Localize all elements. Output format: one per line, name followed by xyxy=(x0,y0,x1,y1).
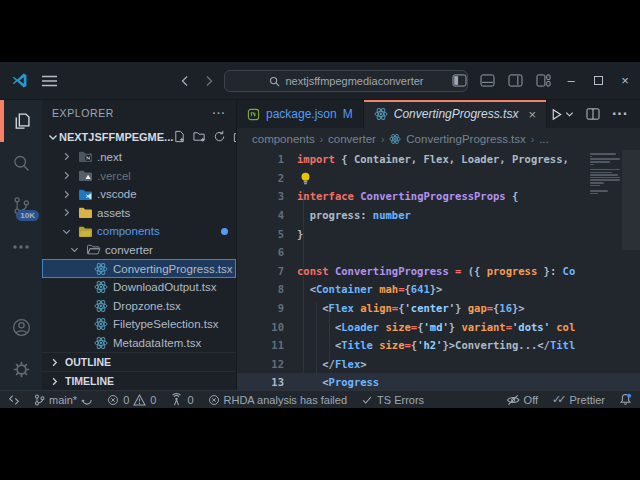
code-line-7[interactable]: 7const ConvertingProgress = ({ progress … xyxy=(237,262,640,281)
tree-item-dropzone-tsx[interactable]: Dropzone.tsx xyxy=(42,296,236,315)
nav-forward-icon[interactable] xyxy=(202,74,216,88)
activitybar-accounts-icon[interactable] xyxy=(0,306,42,348)
code-token: Flex xyxy=(335,358,360,370)
breadcrumb-separator: › xyxy=(320,134,323,145)
tree-item-label: converter xyxy=(105,244,153,256)
tab-package-json[interactable]: package.json M xyxy=(237,100,364,128)
toggle-panel-icon[interactable] xyxy=(480,74,495,87)
screencast-status[interactable]: Off xyxy=(506,394,538,406)
command-center-search[interactable]: nextjsffmpegmediaconverter xyxy=(224,70,468,92)
minimap-line xyxy=(590,158,620,160)
chevron-down-icon xyxy=(68,244,81,255)
git-branch-status[interactable]: main* xyxy=(34,394,93,406)
nav-back-icon[interactable] xyxy=(178,74,192,88)
breadcrumb-converter[interactable]: converter xyxy=(328,133,376,145)
code-token: < xyxy=(297,302,329,314)
toggle-secondary-sidebar-icon[interactable] xyxy=(508,74,523,87)
new-file-icon[interactable] xyxy=(173,130,186,143)
code-line-3[interactable]: 3interface ConvertingProgressProps { xyxy=(237,187,640,206)
window-maximize-button[interactable] xyxy=(591,73,605,88)
rhda-status[interactable]: RHDA analysis has failed xyxy=(208,394,348,406)
line-number: 13 xyxy=(237,376,297,388)
minimap-line xyxy=(590,174,618,176)
minimap-line xyxy=(590,156,592,158)
breadcrumb-file[interactable]: ConvertingProgress.tsx xyxy=(406,133,526,145)
activitybar-more-icon[interactable] xyxy=(0,226,42,268)
code-line-10[interactable]: 10 <Loader size={'md'} variant='dots' co… xyxy=(237,317,640,336)
tree-item-downloadoutput-tsx[interactable]: DownloadOutput.tsx xyxy=(42,278,236,297)
workspace-header[interactable]: NEXTJSFFMPEGME... xyxy=(42,126,236,148)
code-line-11[interactable]: 11 <Title size={'h2'}>Converting...</Tit… xyxy=(237,336,640,355)
formatter-status[interactable]: ✓✓ Prettier xyxy=(552,393,605,406)
code-line-6[interactable]: 6 xyxy=(237,243,640,262)
tree-item--vercel[interactable]: .vercel xyxy=(42,166,236,185)
code-line-2[interactable]: 2 xyxy=(237,169,640,188)
react-icon xyxy=(93,299,109,313)
tree-item-label: components xyxy=(97,225,160,237)
minimap-line xyxy=(590,177,620,179)
minimap-line xyxy=(590,161,610,163)
breadcrumb-components[interactable]: components xyxy=(252,133,315,145)
ports-count: 0 xyxy=(187,394,193,406)
breadcrumb-separator: › xyxy=(531,134,534,145)
tab-close-icon[interactable]: × xyxy=(528,107,536,122)
new-folder-icon[interactable] xyxy=(193,130,206,143)
code-line-13[interactable]: 13 <Progress xyxy=(237,373,640,390)
tree-item-components[interactable]: components xyxy=(42,222,236,241)
code-line-9[interactable]: 9 <Flex align={'center'} gap={16}> xyxy=(237,299,640,318)
npm-file-icon xyxy=(247,108,260,121)
tree-item-label: FiletypeSelection.tsx xyxy=(113,318,218,330)
editor-scrollbar[interactable] xyxy=(622,150,640,250)
code-line-1[interactable]: 1import { Container, Flex, Loader, Progr… xyxy=(237,150,640,169)
tree-item-converter[interactable]: converter xyxy=(42,241,236,260)
tree-item-assets[interactable]: assets xyxy=(42,203,236,222)
line-number: 6 xyxy=(237,246,297,258)
code-token: }> xyxy=(512,302,525,314)
ports-status[interactable]: 0 xyxy=(170,393,193,406)
ts-errors-status[interactable]: TS Errors xyxy=(361,394,424,406)
explorer-sidebar: EXPLORER ··· NEXTJSFFMPEGME... .next.ver… xyxy=(42,100,236,390)
code-editor[interactable]: 1import { Container, Flex, Loader, Progr… xyxy=(237,150,640,390)
tab-converting-progress[interactable]: ConvertingProgress.tsx × xyxy=(364,100,547,128)
tree-item-metadataitem-tsx[interactable]: MetadataItem.tsx xyxy=(42,334,236,353)
timeline-section[interactable]: TIMELINE xyxy=(42,371,236,390)
toggle-primary-sidebar-icon[interactable] xyxy=(452,74,467,87)
activitybar-search-icon[interactable] xyxy=(0,142,42,184)
code-token: 'center' xyxy=(405,302,456,314)
react-icon xyxy=(93,280,109,294)
code-line-5[interactable]: 5} xyxy=(237,224,640,243)
tree-item--vscode[interactable]: .vscode xyxy=(42,185,236,204)
activitybar-source-control-icon[interactable]: 10K xyxy=(0,184,42,226)
minimap[interactable] xyxy=(590,152,622,195)
activitybar-settings-icon[interactable] xyxy=(0,348,42,390)
tree-item--next[interactable]: .next xyxy=(42,148,236,167)
refresh-icon[interactable] xyxy=(213,130,226,143)
code-line-8[interactable]: 8 <Container mah={641}> xyxy=(237,280,640,299)
run-file-button[interactable] xyxy=(550,108,574,121)
window-minimize-button[interactable]: – xyxy=(564,73,578,88)
explorer-menu-icon[interactable]: ··· xyxy=(213,107,227,119)
problems-status[interactable]: 0 0 xyxy=(107,394,156,406)
menu-hamburger-icon[interactable] xyxy=(42,75,57,87)
window-close-button[interactable]: × xyxy=(618,73,632,88)
notifications-bell[interactable] xyxy=(619,393,632,406)
code-line-12[interactable]: 12 </Flex> xyxy=(237,355,640,374)
tree-item-filetypeselection-tsx[interactable]: FiletypeSelection.tsx xyxy=(42,315,236,334)
editor-more-actions-icon[interactable]: ··· xyxy=(612,105,628,123)
code-token: }: xyxy=(537,265,562,277)
lightbulb-icon[interactable] xyxy=(300,172,311,185)
remote-indicator[interactable] xyxy=(8,394,20,406)
line-number: 12 xyxy=(237,358,297,370)
split-editor-icon[interactable] xyxy=(586,108,600,120)
tree-item-label: assets xyxy=(97,207,130,219)
code-line-4[interactable]: 4 progress: number xyxy=(237,206,640,225)
breadcrumb-symbol[interactable]: ... xyxy=(539,133,549,145)
vscode-logo-icon xyxy=(11,72,28,89)
error-circle-icon xyxy=(208,394,220,406)
code-token: interface xyxy=(297,190,354,202)
customize-layout-icon[interactable] xyxy=(536,74,551,87)
tree-item-convertingprogress-tsx[interactable]: ConvertingProgress.tsx xyxy=(42,259,236,278)
activitybar-explorer-icon[interactable] xyxy=(0,100,42,142)
editor-group: package.json M ConvertingProgress.tsx × … xyxy=(236,100,640,390)
outline-section[interactable]: OUTLINE xyxy=(42,352,236,371)
